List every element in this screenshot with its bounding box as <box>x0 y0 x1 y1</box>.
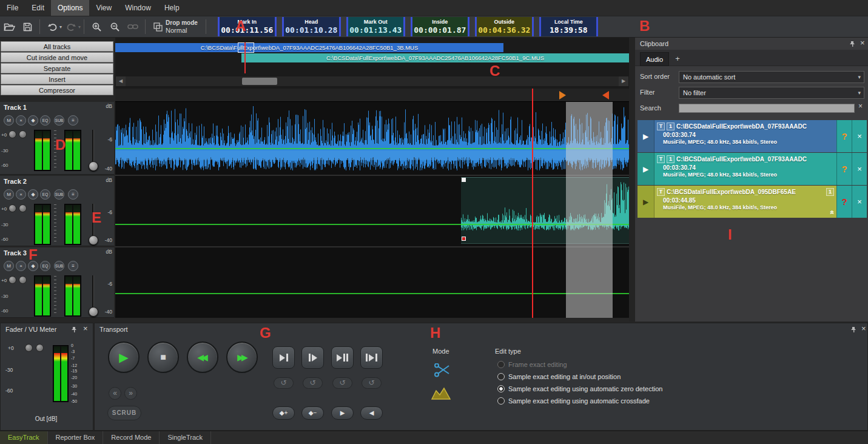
clear-search-icon[interactable]: × <box>858 102 863 110</box>
play-from-in-button[interactable] <box>301 346 324 369</box>
track1-waveform[interactable] <box>115 102 629 175</box>
clip-marker-handle[interactable] <box>462 237 466 241</box>
tab-easytrack[interactable]: EasyTrack <box>0 431 48 444</box>
insert-button[interactable]: Insert <box>1 74 113 84</box>
menu-edit[interactable]: Edit <box>25 0 51 16</box>
radio-sample-exact-crossfade[interactable]: Sample exact editing using automatic cro… <box>497 397 650 405</box>
track-menu-button[interactable]: ≡ <box>68 261 78 271</box>
gain-knob[interactable] <box>19 204 27 212</box>
pin-icon[interactable] <box>850 326 857 334</box>
cut-button[interactable]: × <box>16 261 26 271</box>
project-overview[interactable]: C:\BCSData\FullExport\webDA_07F93AAADC25… <box>115 38 629 102</box>
play-button[interactable]: ▶ <box>638 186 654 218</box>
pin-icon[interactable] <box>71 326 78 334</box>
track-menu-button[interactable]: ≡ <box>68 189 78 200</box>
play-button[interactable]: ▶ <box>638 120 654 152</box>
pan-button[interactable]: ◆ <box>28 115 38 126</box>
eq-button[interactable]: EQ <box>40 261 50 271</box>
open-folder-icon[interactable] <box>1 19 17 35</box>
undo-dropdown-icon[interactable]: ▾ <box>59 24 62 30</box>
loop-to-out-button[interactable]: ↺ <box>332 377 352 389</box>
loop-to-in-button[interactable]: ↺ <box>274 377 294 389</box>
radio-sample-exact-inout[interactable]: Sample exact editing at in/out position <box>497 373 621 380</box>
radio-sample-exact-zero[interactable]: Sample exact editing using automatic zer… <box>497 385 662 392</box>
next-button[interactable]: » <box>124 387 137 400</box>
filter-select[interactable]: No filter▾ <box>679 87 864 99</box>
gain-knob[interactable] <box>19 130 27 138</box>
all-tracks-button[interactable]: All tracks <box>1 41 113 52</box>
save-icon[interactable] <box>19 19 35 35</box>
output-knob-left[interactable] <box>25 344 33 352</box>
sub-button[interactable]: SUB <box>54 115 64 126</box>
menu-window[interactable]: Window <box>118 0 158 16</box>
rewind-button[interactable]: ◀◀ <box>187 341 218 373</box>
playhead-cursor[interactable] <box>532 89 533 318</box>
mute-button[interactable]: M <box>4 189 14 200</box>
pan-button[interactable]: ◆ <box>28 189 38 200</box>
pin-icon[interactable] <box>849 41 856 49</box>
previous-marker-button[interactable]: ◀ <box>360 406 383 420</box>
stop-button[interactable]: ■ <box>147 341 179 373</box>
remove-marker-button[interactable]: ◆− <box>301 406 324 420</box>
horizontal-scrollbar[interactable]: ◀ ▶ <box>115 76 629 87</box>
play-button[interactable]: ▶ <box>108 341 140 373</box>
time-selection-overlay[interactable] <box>566 102 613 318</box>
scrub-button[interactable]: SCRUB <box>107 406 141 420</box>
close-icon[interactable]: × <box>861 324 866 333</box>
zoom-out-icon[interactable] <box>107 19 123 35</box>
help-button[interactable]: ? <box>836 153 852 185</box>
timeline-ruler[interactable] <box>115 89 629 102</box>
tab-audio[interactable]: Audio <box>640 52 669 66</box>
cut-button[interactable]: × <box>16 115 26 126</box>
scrollbar-thumb[interactable] <box>242 78 277 85</box>
play-from-out-button[interactable] <box>360 346 383 369</box>
clipboard-item-1[interactable]: ▶ T 1 C:\BCSData\FullExport\webDA_07F93A… <box>638 120 867 152</box>
help-button[interactable]: ? <box>836 186 852 218</box>
eq-button[interactable]: EQ <box>40 115 50 126</box>
scroll-left-icon[interactable]: ◀ <box>116 76 126 86</box>
eq-button[interactable]: EQ <box>40 189 50 200</box>
mute-button[interactable]: M <box>4 261 14 271</box>
overview-file-bar-1[interactable]: C:\BCSData\FullExport\webDA_07F93AAADC25… <box>115 43 503 52</box>
clip-fade-handle[interactable] <box>462 178 466 182</box>
play-to-in-button[interactable] <box>272 346 295 369</box>
scroll-right-icon[interactable]: ▶ <box>619 76 628 86</box>
close-icon[interactable]: × <box>860 38 865 47</box>
remove-clip-button[interactable]: × <box>852 120 867 152</box>
envelope-mode-button[interactable] <box>431 386 451 402</box>
next-marker-button[interactable]: ▶ <box>331 406 354 420</box>
tab-singletrack[interactable]: SingleTrack <box>160 431 211 444</box>
menu-help[interactable]: Help <box>158 0 186 16</box>
help-button[interactable]: ? <box>836 120 852 152</box>
redo-icon[interactable] <box>63 19 79 35</box>
sub-button[interactable]: SUB <box>54 261 64 271</box>
sort-order-select[interactable]: No automatic sort▾ <box>679 71 864 83</box>
menu-file[interactable]: File <box>0 0 25 16</box>
cut-mode-button[interactable] <box>434 363 451 379</box>
remove-clip-button[interactable]: × <box>852 186 867 218</box>
overview-file-bar-2[interactable]: C:\BCSData\FullExport\webDA_07F93AAADC25… <box>241 53 629 62</box>
clipboard-item-3[interactable]: ▶ T C:\BCSData\FullExport\webDA_095DBF65… <box>638 186 867 218</box>
pan-knob[interactable] <box>8 276 16 284</box>
track2-waveform[interactable] <box>115 176 629 246</box>
mark-out-marker-icon[interactable] <box>602 91 609 99</box>
add-tab-button[interactable]: + <box>670 52 685 66</box>
search-input[interactable] <box>679 104 855 113</box>
play-to-out-button[interactable] <box>331 346 354 369</box>
cut-button[interactable]: × <box>16 189 26 200</box>
undo-icon[interactable] <box>44 19 60 35</box>
remove-clip-button[interactable]: × <box>852 153 867 185</box>
compressor-button[interactable]: Compressor <box>1 85 113 95</box>
gain-knob[interactable] <box>19 276 27 284</box>
fast-forward-button[interactable]: ▶▶ <box>226 341 258 373</box>
previous-button[interactable]: « <box>109 387 121 400</box>
mark-in-marker-icon[interactable] <box>559 91 566 99</box>
zoom-in-icon[interactable] <box>89 19 104 35</box>
collapse-icon[interactable]: « <box>829 210 836 215</box>
drop-mode-control[interactable]: Drop mode Normal <box>153 19 198 34</box>
separate-button[interactable]: Separate <box>1 63 113 73</box>
mute-button[interactable]: M <box>4 115 14 126</box>
tab-record-mode[interactable]: Record Mode <box>103 431 160 444</box>
pan-knob[interactable] <box>8 204 16 212</box>
pan-knob[interactable] <box>8 130 16 138</box>
